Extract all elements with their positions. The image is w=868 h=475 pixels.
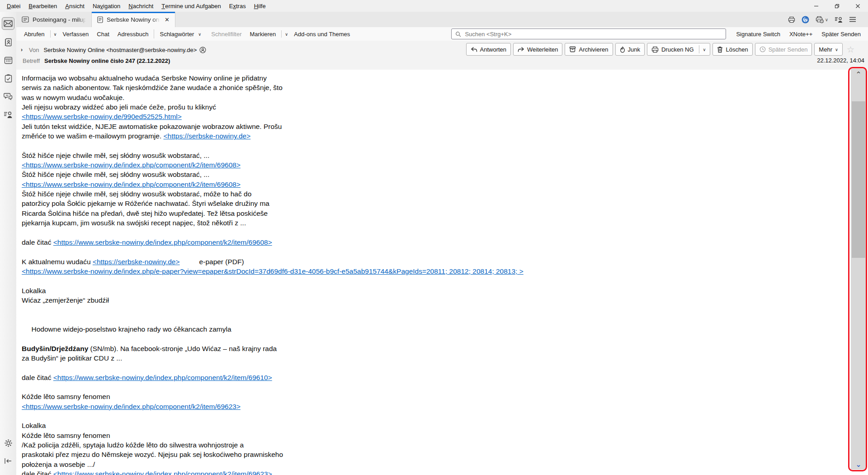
tab-close-icon[interactable]: ✕: [165, 17, 170, 23]
chevron-down-icon: ∨: [835, 47, 838, 52]
contact-list-button[interactable]: [835, 16, 843, 23]
chevron-down-icon[interactable]: ∨: [703, 47, 706, 52]
action-antworten-button[interactable]: Antworten: [466, 43, 511, 56]
w-badge-icon: W: [802, 16, 809, 24]
toolbar-schlagw-rter-button[interactable]: Schlagwörter∨: [156, 28, 207, 39]
action-mehr-button[interactable]: Mehr∨: [814, 43, 843, 56]
body-text: dale čitać: [22, 238, 53, 246]
body-text: Wićaz „zemjerženje“ zbudźił: [22, 296, 109, 304]
toolbar-verfassen-button[interactable]: Verfassen: [59, 28, 93, 39]
w-badge-button[interactable]: W: [802, 16, 809, 24]
toolbar-adressbuch-button[interactable]: Adressbuch: [113, 28, 153, 39]
addon-xnote-button[interactable]: XNote++: [789, 31, 812, 38]
body-line: położenja a wosebje .../: [22, 460, 868, 469]
scrollbar-thumb[interactable]: [852, 101, 865, 258]
space-settings-button[interactable]: [2, 437, 14, 449]
body-line: za Budyšin“ je politikar CDU z ...: [22, 353, 868, 363]
printer-button[interactable]: [788, 16, 795, 23]
body-text: (SN/mb). Na facebook-stronje „Udo Wićaz …: [88, 345, 277, 352]
add-contact-icon[interactable]: [199, 47, 206, 53]
printer-clock-button[interactable]: ∨: [816, 16, 828, 23]
addon-signature-switch-button[interactable]: Signature Switch: [736, 31, 780, 38]
menu-ansicht[interactable]: Ansicht: [61, 0, 89, 12]
menu-nachricht[interactable]: Nachricht: [124, 0, 157, 12]
addon-sp-ter-senden-button[interactable]: Später Senden: [821, 31, 861, 38]
action-junk-button[interactable]: Junk: [615, 43, 645, 56]
body-line: [22, 141, 868, 150]
body-link[interactable]: <https://www.serbske-nowiny.de/index.php…: [53, 238, 272, 246]
space-tasks-button[interactable]: [2, 72, 14, 84]
body-text: Ricarda Šolćina hišće na předań, dwě ste…: [22, 209, 268, 217]
space-chat-button[interactable]: [2, 90, 14, 102]
reply-icon: [471, 47, 477, 52]
menu-items: DateiBearbeitenAnsichtNavigationNachrich…: [0, 0, 270, 12]
space-calendar-button[interactable]: [2, 54, 14, 66]
chevron-down-icon[interactable]: ∨: [825, 17, 828, 22]
tab-serbske-nowiny-online-is-o[interactable]: Serbske Nowiny online čisło✕: [92, 12, 175, 27]
toolbar-chat-button[interactable]: Chat: [93, 28, 113, 39]
menu-extras[interactable]: Extras: [225, 0, 250, 12]
menu-navigation[interactable]: Navigation: [89, 0, 124, 12]
star-icon[interactable]: ☆: [847, 44, 854, 55]
tab-title: Posteingang - milupo@sorbzilla: [33, 16, 86, 23]
message-header: › Von Serbske Nowiny Online <hostmaster@…: [16, 41, 868, 70]
body-link[interactable]: <https://www.serbske-nowiny.de/index.php…: [22, 403, 241, 410]
toolbar-button-label: Schnellfilter: [211, 31, 241, 38]
toolbar-markieren-button[interactable]: Markieren: [246, 28, 280, 39]
scroll-up-icon[interactable]: ⌃: [851, 70, 866, 79]
space-mailing-list-button[interactable]: [2, 109, 14, 120]
body-line: Jeli njejsu wobrazy widźeć abo jeli maće…: [22, 102, 868, 112]
menu-bearbeiten[interactable]: Bearbeiten: [24, 0, 61, 12]
tab-posteingang-milupo-sorbzilla[interactable]: Posteingang - milupo@sorbzilla: [16, 12, 92, 27]
body-line: [22, 247, 868, 256]
abrufen-dropdown-icon[interactable]: ∨: [52, 32, 59, 37]
search-input[interactable]: [464, 30, 722, 38]
search-icon: [455, 31, 461, 37]
action-l-schen-button[interactable]: Löschen: [712, 43, 752, 56]
body-line: dale čitać <https://www.serbske-nowiny.d…: [22, 373, 868, 382]
body-link[interactable]: <https://serbske-nowiny.de>: [93, 258, 180, 266]
body-line: Jeli tutón tekst widźiće, NJEJE awtomati…: [22, 122, 868, 131]
body-link[interactable]: <https://www.serbske-nowiny.de/990ed5252…: [22, 113, 182, 120]
body-line: Kóžde lěto samsny fenomen: [22, 392, 868, 401]
restore-icon[interactable]: [826, 0, 847, 12]
body-link[interactable]: <https://serbske-nowiny.de>: [164, 132, 251, 140]
markieren-dropdown-icon[interactable]: ∨: [283, 32, 290, 37]
subject-label: Betreff: [23, 57, 40, 64]
body-link[interactable]: <https://www.serbske-nowiny.de/index.php…: [22, 180, 241, 188]
body-link[interactable]: <https://www.serbske-nowiny.de/index.php…: [22, 267, 524, 275]
app-menu-button[interactable]: [849, 17, 856, 22]
body-line: [22, 305, 868, 314]
action-drucken-ng-button[interactable]: Drucken NG∨: [647, 43, 711, 56]
body-link[interactable]: <https://www.serbske-nowiny.de/index.php…: [53, 470, 272, 475]
space-mail-button[interactable]: [2, 17, 14, 30]
action-weiterleiten-button[interactable]: Weiterleiten: [513, 43, 562, 56]
from-value[interactable]: Serbske Nowiny Online <hostmaster@serbsk…: [43, 47, 197, 53]
scroll-down-icon[interactable]: ⌄: [851, 460, 866, 469]
body-line: K aktualnemu wudaću <https://serbske-now…: [22, 257, 868, 266]
menu-termine-und-aufgaben[interactable]: Termine und Aufgaben: [157, 0, 225, 12]
forward-icon: [518, 47, 524, 52]
body-link[interactable]: <https://www.serbske-nowiny.de/index.php…: [53, 374, 272, 381]
toolbar-button-label: Verfassen: [63, 31, 89, 38]
address-book-icon: [4, 38, 12, 47]
body-line: Informacija wo wobsahu aktualneho wudaća…: [22, 73, 868, 83]
body-link[interactable]: <https://www.serbske-nowiny.de/index.php…: [22, 161, 241, 169]
menu-datei[interactable]: Datei: [3, 0, 24, 12]
minimize-icon[interactable]: [806, 0, 826, 12]
menu-hilfe[interactable]: Hilfe: [250, 0, 270, 12]
scrollbar[interactable]: ⌃ ⌄: [851, 69, 866, 470]
body-line: [22, 315, 868, 324]
close-icon[interactable]: [847, 0, 868, 12]
expand-header-icon[interactable]: ›: [21, 47, 23, 53]
toolbar-add-ons-und-themes-button[interactable]: Add-ons und Themes: [290, 28, 354, 39]
tasks-icon: [5, 74, 12, 83]
space-collapse-button[interactable]: [2, 455, 14, 467]
toolbar-abrufen-button[interactable]: Abrufen: [20, 28, 49, 39]
action-archivieren-button[interactable]: Archivieren: [565, 43, 613, 56]
action-label: Mehr: [819, 46, 832, 53]
body-line: was w nowym wudaću wočakuje.: [22, 93, 868, 102]
app-menu-icon: [849, 17, 856, 22]
toolbar-button-label: Abrufen: [24, 31, 45, 38]
space-address-book-button[interactable]: [2, 36, 14, 48]
